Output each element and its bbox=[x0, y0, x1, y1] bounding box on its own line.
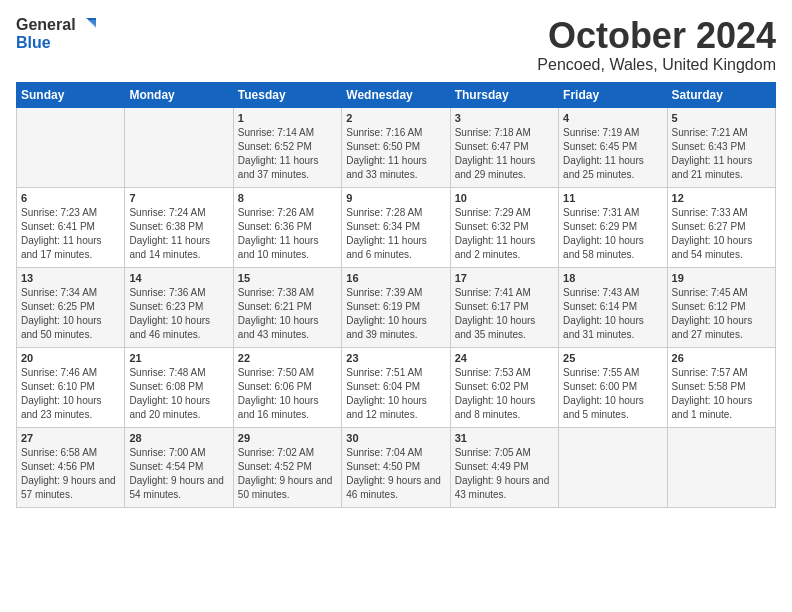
title-area: October 2024 Pencoed, Wales, United King… bbox=[537, 16, 776, 74]
day-number: 8 bbox=[238, 192, 337, 204]
calendar-cell: 17Sunrise: 7:41 AM Sunset: 6:17 PM Dayli… bbox=[450, 267, 558, 347]
day-number: 2 bbox=[346, 112, 445, 124]
day-detail: Sunrise: 7:50 AM Sunset: 6:06 PM Dayligh… bbox=[238, 366, 337, 422]
logo: General Blue bbox=[16, 16, 96, 52]
day-detail: Sunrise: 7:02 AM Sunset: 4:52 PM Dayligh… bbox=[238, 446, 337, 502]
day-detail: Sunrise: 7:14 AM Sunset: 6:52 PM Dayligh… bbox=[238, 126, 337, 182]
day-detail: Sunrise: 7:39 AM Sunset: 6:19 PM Dayligh… bbox=[346, 286, 445, 342]
day-detail: Sunrise: 7:51 AM Sunset: 6:04 PM Dayligh… bbox=[346, 366, 445, 422]
weekday-header-wednesday: Wednesday bbox=[342, 82, 450, 107]
calendar-cell: 11Sunrise: 7:31 AM Sunset: 6:29 PM Dayli… bbox=[559, 187, 667, 267]
calendar-cell: 14Sunrise: 7:36 AM Sunset: 6:23 PM Dayli… bbox=[125, 267, 233, 347]
calendar-cell: 24Sunrise: 7:53 AM Sunset: 6:02 PM Dayli… bbox=[450, 347, 558, 427]
calendar-cell: 27Sunrise: 6:58 AM Sunset: 4:56 PM Dayli… bbox=[17, 427, 125, 507]
day-detail: Sunrise: 7:57 AM Sunset: 5:58 PM Dayligh… bbox=[672, 366, 771, 422]
header: General Blue October 2024 Pencoed, Wales… bbox=[16, 16, 776, 74]
day-number: 10 bbox=[455, 192, 554, 204]
day-detail: Sunrise: 6:58 AM Sunset: 4:56 PM Dayligh… bbox=[21, 446, 120, 502]
calendar-week-4: 20Sunrise: 7:46 AM Sunset: 6:10 PM Dayli… bbox=[17, 347, 776, 427]
day-number: 28 bbox=[129, 432, 228, 444]
calendar-cell: 9Sunrise: 7:28 AM Sunset: 6:34 PM Daylig… bbox=[342, 187, 450, 267]
weekday-header-monday: Monday bbox=[125, 82, 233, 107]
calendar-cell: 31Sunrise: 7:05 AM Sunset: 4:49 PM Dayli… bbox=[450, 427, 558, 507]
day-detail: Sunrise: 7:38 AM Sunset: 6:21 PM Dayligh… bbox=[238, 286, 337, 342]
day-detail: Sunrise: 7:19 AM Sunset: 6:45 PM Dayligh… bbox=[563, 126, 662, 182]
day-detail: Sunrise: 7:53 AM Sunset: 6:02 PM Dayligh… bbox=[455, 366, 554, 422]
day-number: 27 bbox=[21, 432, 120, 444]
calendar-cell: 12Sunrise: 7:33 AM Sunset: 6:27 PM Dayli… bbox=[667, 187, 775, 267]
weekday-header-saturday: Saturday bbox=[667, 82, 775, 107]
calendar-cell: 6Sunrise: 7:23 AM Sunset: 6:41 PM Daylig… bbox=[17, 187, 125, 267]
calendar-week-2: 6Sunrise: 7:23 AM Sunset: 6:41 PM Daylig… bbox=[17, 187, 776, 267]
day-number: 26 bbox=[672, 352, 771, 364]
day-detail: Sunrise: 7:23 AM Sunset: 6:41 PM Dayligh… bbox=[21, 206, 120, 262]
day-detail: Sunrise: 7:41 AM Sunset: 6:17 PM Dayligh… bbox=[455, 286, 554, 342]
location-title: Pencoed, Wales, United Kingdom bbox=[537, 56, 776, 74]
weekday-row: SundayMondayTuesdayWednesdayThursdayFrid… bbox=[17, 82, 776, 107]
day-detail: Sunrise: 7:48 AM Sunset: 6:08 PM Dayligh… bbox=[129, 366, 228, 422]
day-detail: Sunrise: 7:33 AM Sunset: 6:27 PM Dayligh… bbox=[672, 206, 771, 262]
logo-text-general: General bbox=[16, 16, 76, 34]
calendar-cell: 3Sunrise: 7:18 AM Sunset: 6:47 PM Daylig… bbox=[450, 107, 558, 187]
weekday-header-friday: Friday bbox=[559, 82, 667, 107]
calendar-cell bbox=[559, 427, 667, 507]
calendar-cell: 26Sunrise: 7:57 AM Sunset: 5:58 PM Dayli… bbox=[667, 347, 775, 427]
calendar-week-5: 27Sunrise: 6:58 AM Sunset: 4:56 PM Dayli… bbox=[17, 427, 776, 507]
day-number: 3 bbox=[455, 112, 554, 124]
day-number: 5 bbox=[672, 112, 771, 124]
calendar-week-3: 13Sunrise: 7:34 AM Sunset: 6:25 PM Dayli… bbox=[17, 267, 776, 347]
day-detail: Sunrise: 7:00 AM Sunset: 4:54 PM Dayligh… bbox=[129, 446, 228, 502]
day-number: 4 bbox=[563, 112, 662, 124]
calendar-cell: 29Sunrise: 7:02 AM Sunset: 4:52 PM Dayli… bbox=[233, 427, 341, 507]
day-detail: Sunrise: 7:45 AM Sunset: 6:12 PM Dayligh… bbox=[672, 286, 771, 342]
day-number: 12 bbox=[672, 192, 771, 204]
calendar-cell: 20Sunrise: 7:46 AM Sunset: 6:10 PM Dayli… bbox=[17, 347, 125, 427]
calendar-cell: 21Sunrise: 7:48 AM Sunset: 6:08 PM Dayli… bbox=[125, 347, 233, 427]
calendar-cell: 19Sunrise: 7:45 AM Sunset: 6:12 PM Dayli… bbox=[667, 267, 775, 347]
day-number: 23 bbox=[346, 352, 445, 364]
day-detail: Sunrise: 7:05 AM Sunset: 4:49 PM Dayligh… bbox=[455, 446, 554, 502]
calendar-week-1: 1Sunrise: 7:14 AM Sunset: 6:52 PM Daylig… bbox=[17, 107, 776, 187]
day-number: 16 bbox=[346, 272, 445, 284]
day-number: 6 bbox=[21, 192, 120, 204]
calendar-cell bbox=[17, 107, 125, 187]
calendar-cell: 18Sunrise: 7:43 AM Sunset: 6:14 PM Dayli… bbox=[559, 267, 667, 347]
calendar-body: 1Sunrise: 7:14 AM Sunset: 6:52 PM Daylig… bbox=[17, 107, 776, 507]
day-number: 15 bbox=[238, 272, 337, 284]
day-detail: Sunrise: 7:24 AM Sunset: 6:38 PM Dayligh… bbox=[129, 206, 228, 262]
month-title: October 2024 bbox=[537, 16, 776, 56]
day-detail: Sunrise: 7:16 AM Sunset: 6:50 PM Dayligh… bbox=[346, 126, 445, 182]
day-number: 1 bbox=[238, 112, 337, 124]
calendar-cell: 28Sunrise: 7:00 AM Sunset: 4:54 PM Dayli… bbox=[125, 427, 233, 507]
calendar-cell: 30Sunrise: 7:04 AM Sunset: 4:50 PM Dayli… bbox=[342, 427, 450, 507]
day-number: 24 bbox=[455, 352, 554, 364]
day-number: 31 bbox=[455, 432, 554, 444]
day-number: 29 bbox=[238, 432, 337, 444]
day-detail: Sunrise: 7:55 AM Sunset: 6:00 PM Dayligh… bbox=[563, 366, 662, 422]
calendar-header: SundayMondayTuesdayWednesdayThursdayFrid… bbox=[17, 82, 776, 107]
calendar-cell: 7Sunrise: 7:24 AM Sunset: 6:38 PM Daylig… bbox=[125, 187, 233, 267]
calendar-table: SundayMondayTuesdayWednesdayThursdayFrid… bbox=[16, 82, 776, 508]
calendar-cell: 1Sunrise: 7:14 AM Sunset: 6:52 PM Daylig… bbox=[233, 107, 341, 187]
logo-arrow-icon bbox=[78, 16, 96, 34]
day-number: 20 bbox=[21, 352, 120, 364]
weekday-header-thursday: Thursday bbox=[450, 82, 558, 107]
day-number: 11 bbox=[563, 192, 662, 204]
day-detail: Sunrise: 7:36 AM Sunset: 6:23 PM Dayligh… bbox=[129, 286, 228, 342]
calendar-cell bbox=[125, 107, 233, 187]
calendar-cell: 16Sunrise: 7:39 AM Sunset: 6:19 PM Dayli… bbox=[342, 267, 450, 347]
day-detail: Sunrise: 7:04 AM Sunset: 4:50 PM Dayligh… bbox=[346, 446, 445, 502]
calendar-cell: 15Sunrise: 7:38 AM Sunset: 6:21 PM Dayli… bbox=[233, 267, 341, 347]
calendar-cell: 22Sunrise: 7:50 AM Sunset: 6:06 PM Dayli… bbox=[233, 347, 341, 427]
day-detail: Sunrise: 7:31 AM Sunset: 6:29 PM Dayligh… bbox=[563, 206, 662, 262]
weekday-header-tuesday: Tuesday bbox=[233, 82, 341, 107]
day-detail: Sunrise: 7:28 AM Sunset: 6:34 PM Dayligh… bbox=[346, 206, 445, 262]
calendar-cell: 2Sunrise: 7:16 AM Sunset: 6:50 PM Daylig… bbox=[342, 107, 450, 187]
calendar-cell: 4Sunrise: 7:19 AM Sunset: 6:45 PM Daylig… bbox=[559, 107, 667, 187]
day-number: 18 bbox=[563, 272, 662, 284]
calendar-cell bbox=[667, 427, 775, 507]
calendar-cell: 13Sunrise: 7:34 AM Sunset: 6:25 PM Dayli… bbox=[17, 267, 125, 347]
day-number: 9 bbox=[346, 192, 445, 204]
day-detail: Sunrise: 7:18 AM Sunset: 6:47 PM Dayligh… bbox=[455, 126, 554, 182]
day-number: 25 bbox=[563, 352, 662, 364]
